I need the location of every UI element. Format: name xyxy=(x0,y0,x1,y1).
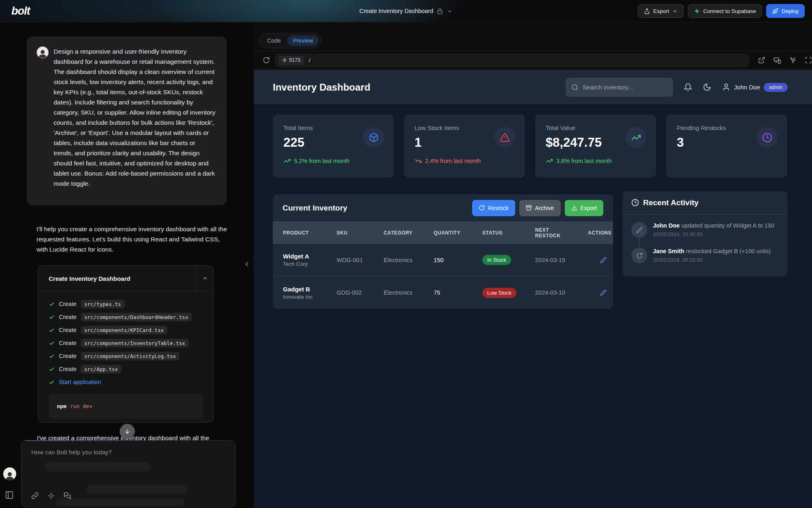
activity-actor: John Doe xyxy=(653,222,680,229)
terminal-command: npm run dev xyxy=(49,393,203,419)
user-menu[interactable]: John Doe admin xyxy=(722,83,788,92)
artifact-card: Create Inventory Dashboard Create src/ty… xyxy=(38,265,214,423)
bolt-logo[interactable]: bolt xyxy=(11,5,30,17)
artifact-step: Create src/components/KPICard.tsx xyxy=(49,323,203,336)
activity-actor: Jane Smith xyxy=(653,248,684,254)
check-icon xyxy=(49,379,55,385)
topbar: bolt Create Inventory Dashboard Export C… xyxy=(0,0,812,22)
file-chip[interactable]: src/App.tsx xyxy=(81,365,122,373)
kpi-card-total-items: Total Items 225 5.2% from last month xyxy=(273,115,394,178)
trending-up-icon xyxy=(283,157,291,165)
deploy-button[interactable]: Deploy xyxy=(766,4,805,18)
chevron-down-icon[interactable] xyxy=(447,8,453,14)
kpi-trend-text: 5.2% from last month xyxy=(294,158,350,164)
chat-panel: Design a responsive and user-friendly in… xyxy=(0,22,254,508)
connect-supabase-button[interactable]: Connect to Supabase xyxy=(688,4,762,18)
chevron-left-icon[interactable] xyxy=(243,260,251,268)
current-inventory-section: Current Inventory Restock Archive Export… xyxy=(273,194,613,309)
inventory-app: Inventory Dashboard xyxy=(254,70,812,508)
pencil-icon xyxy=(631,222,647,238)
user-icon xyxy=(722,83,730,91)
user-message-text: Design a responsive and user-friendly in… xyxy=(54,46,216,195)
bell-icon[interactable] xyxy=(684,83,692,91)
reload-icon[interactable] xyxy=(263,56,270,64)
chat-icon[interactable] xyxy=(64,492,71,499)
artifact-steps: Create src/types.ts Create src/component… xyxy=(38,291,214,419)
kpi-trend-text: 3.8% from last month xyxy=(556,158,612,164)
table-row: Widget A Tech Corp WDG-001 Electronics 1… xyxy=(273,244,613,276)
tab-preview[interactable]: Preview xyxy=(287,35,319,46)
external-link-icon[interactable] xyxy=(758,56,765,64)
activity-timestamp: 20/02/2024, 10:30:00 xyxy=(653,231,774,237)
artifact-step: Create src/components/InventoryTable.tsx xyxy=(49,336,203,350)
url-path: / xyxy=(309,57,311,63)
archive-button[interactable]: Archive xyxy=(519,200,561,216)
scroll-down-button[interactable] xyxy=(120,424,135,439)
command-args: run dev xyxy=(70,403,92,409)
cell-next-restock: 2024-03-10 xyxy=(535,289,588,296)
start-application-row: Start application xyxy=(49,376,203,389)
account-avatar[interactable] xyxy=(3,467,16,480)
status-badge: Low Stock xyxy=(482,288,516,298)
moon-icon[interactable] xyxy=(703,83,711,91)
col-quantity: Quantity xyxy=(434,230,482,236)
port-badge: 5173 xyxy=(279,56,304,65)
pencil-icon[interactable] xyxy=(600,289,613,296)
devices-icon[interactable] xyxy=(773,56,781,64)
alert-triangle-icon xyxy=(494,127,515,148)
role-badge: admin xyxy=(764,83,788,92)
activity-action: restocked Gadget B (+100 units) xyxy=(686,248,771,254)
arrow-down-icon xyxy=(124,428,131,435)
step-verb: Create xyxy=(59,366,77,372)
divider xyxy=(254,69,812,69)
chevron-down-icon xyxy=(672,9,678,14)
export-table-button[interactable]: Export xyxy=(565,200,603,216)
product-name: Gadget B xyxy=(283,286,337,293)
link-icon[interactable] xyxy=(31,492,39,499)
cell-quantity[interactable]: 150 xyxy=(434,257,482,263)
fullscreen-icon[interactable] xyxy=(805,56,812,64)
file-chip[interactable]: src/components/InventoryTable.tsx xyxy=(81,339,189,347)
file-chip[interactable]: src/types.ts xyxy=(81,300,125,308)
activity-item: John Doe updated quantity of Widget A to… xyxy=(631,222,779,238)
file-chip[interactable]: src/components/ActivityLog.tsx xyxy=(81,352,180,360)
preview-panel: Code Preview 5173 / xyxy=(254,22,812,508)
inspector-cursor-icon[interactable] xyxy=(789,56,797,64)
cell-quantity[interactable]: 75 xyxy=(434,289,482,296)
kpi-card-total-value: Total Value $8,247.75 3.8% from last mon… xyxy=(535,115,656,178)
start-application-link[interactable]: Start application xyxy=(59,379,101,385)
blurred-suggestion xyxy=(44,462,151,472)
step-verb: Create xyxy=(59,301,77,307)
cell-next-restock: 2024-03-15 xyxy=(535,257,588,263)
product-name: Widget A xyxy=(283,253,337,260)
restock-button[interactable]: Restock xyxy=(472,200,515,216)
file-chip[interactable]: src/components/DashboardHeader.tsx xyxy=(81,313,192,321)
artifact-step: Create src/App.tsx xyxy=(49,363,203,376)
pencil-icon[interactable] xyxy=(600,257,613,263)
tab-code[interactable]: Code xyxy=(261,35,286,46)
download-icon xyxy=(571,205,577,211)
chat-input-toolbar xyxy=(31,492,71,499)
check-icon xyxy=(49,366,55,372)
port-number: 5173 xyxy=(289,57,300,63)
cell-sku: WDG-001 xyxy=(337,257,384,263)
url-bar[interactable]: 5173 / xyxy=(275,54,749,67)
activity-list: John Doe updated quantity of Widget A to… xyxy=(622,215,788,263)
sparkles-icon[interactable] xyxy=(48,492,55,499)
chevron-up-icon[interactable] xyxy=(196,266,214,291)
timeline-connector xyxy=(639,238,640,255)
topbar-actions: Export Connect to Supabase Deploy xyxy=(638,4,805,18)
lock-icon[interactable] xyxy=(437,8,443,14)
panel-left-icon[interactable] xyxy=(5,491,14,499)
col-product: Product xyxy=(283,230,337,236)
trending-up-icon xyxy=(625,127,646,148)
step-verb: Create xyxy=(59,314,77,320)
table-header-row: Product SKU Category Quantity Status Nex… xyxy=(273,221,613,244)
file-chip[interactable]: src/components/KPICard.tsx xyxy=(81,326,168,334)
search-input[interactable] xyxy=(583,84,667,91)
kpi-trend-text: 2.4% from last month xyxy=(425,158,481,164)
export-button[interactable]: Export xyxy=(638,4,684,18)
search-box xyxy=(566,78,673,97)
share-icon xyxy=(644,8,650,14)
artifact-title: Create Inventory Dashboard xyxy=(38,275,196,282)
